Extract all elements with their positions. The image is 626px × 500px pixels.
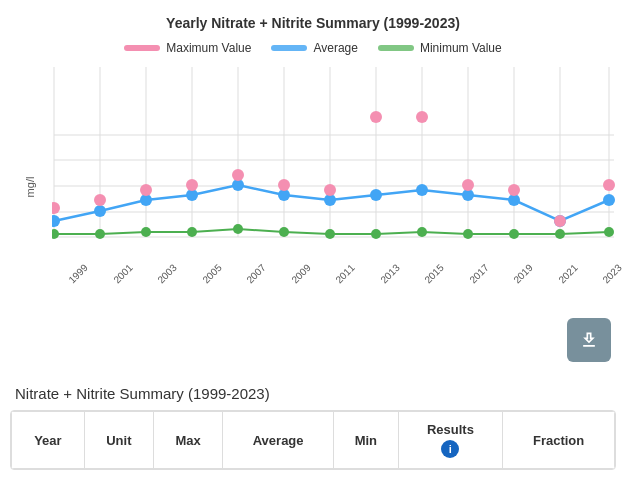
section-title: Nitrate + Nitrite Summary (1999-2023) bbox=[0, 377, 626, 410]
results-header: Results i bbox=[407, 422, 495, 458]
svg-point-51 bbox=[140, 184, 152, 196]
legend-label-max: Maximum Value bbox=[166, 41, 251, 55]
svg-point-32 bbox=[463, 229, 473, 239]
legend-line-max bbox=[124, 45, 160, 51]
x-axis-labels: 1999 2001 2003 2005 2007 2009 2011 2013 … bbox=[52, 262, 616, 307]
col-year: Year bbox=[12, 412, 85, 469]
legend-item-max: Maximum Value bbox=[124, 41, 251, 55]
data-table: Year Unit Max Average Min bbox=[11, 411, 615, 469]
x-label-2011: 2011 bbox=[328, 262, 381, 315]
col-average: Average bbox=[223, 412, 334, 469]
legend-line-avg bbox=[271, 45, 307, 51]
download-button[interactable] bbox=[567, 318, 611, 362]
chart-title: Yearly Nitrate + Nitrite Summary (1999-2… bbox=[10, 15, 616, 31]
x-label-2015: 2015 bbox=[417, 262, 470, 315]
svg-point-43 bbox=[370, 189, 382, 201]
svg-point-37 bbox=[94, 205, 106, 217]
svg-point-53 bbox=[232, 169, 244, 181]
summary-table: Year Unit Max Average Min bbox=[10, 410, 616, 470]
svg-point-56 bbox=[370, 111, 382, 123]
x-label-2001: 2001 bbox=[105, 262, 158, 315]
x-label-2003: 2003 bbox=[150, 262, 203, 315]
chart-section: Yearly Nitrate + Nitrite Summary (1999-2… bbox=[0, 0, 626, 377]
col-max: Max bbox=[153, 412, 222, 469]
x-label-2019: 2019 bbox=[506, 262, 559, 315]
svg-point-31 bbox=[417, 227, 427, 237]
svg-point-48 bbox=[603, 194, 615, 206]
svg-point-33 bbox=[509, 229, 519, 239]
download-icon bbox=[579, 330, 599, 350]
x-label-2021: 2021 bbox=[550, 262, 603, 315]
legend-item-min: Minimum Value bbox=[378, 41, 502, 55]
svg-point-59 bbox=[508, 184, 520, 196]
results-info-icon[interactable]: i bbox=[441, 440, 459, 458]
svg-point-36 bbox=[52, 215, 60, 227]
col-min: Min bbox=[334, 412, 398, 469]
svg-point-58 bbox=[462, 179, 474, 191]
svg-point-34 bbox=[555, 229, 565, 239]
x-label-2005: 2005 bbox=[194, 262, 247, 315]
x-label-1999: 1999 bbox=[61, 262, 114, 315]
legend-item-avg: Average bbox=[271, 41, 357, 55]
svg-point-54 bbox=[278, 179, 290, 191]
svg-point-57 bbox=[416, 111, 428, 123]
svg-point-30 bbox=[371, 229, 381, 239]
svg-point-55 bbox=[324, 184, 336, 196]
y-axis-label: mg/l bbox=[24, 177, 36, 198]
svg-point-61 bbox=[603, 179, 615, 191]
table-header-row: Year Unit Max Average Min bbox=[12, 412, 615, 469]
results-label: Results bbox=[427, 422, 474, 437]
svg-point-52 bbox=[186, 179, 198, 191]
svg-point-44 bbox=[416, 184, 428, 196]
chart-area: 0 5 10 15 20 bbox=[52, 67, 616, 307]
table-section: Nitrate + Nitrite Summary (1999-2023) Ye… bbox=[0, 377, 626, 470]
legend-label-min: Minimum Value bbox=[420, 41, 502, 55]
chart-svg: 0 5 10 15 20 bbox=[52, 67, 616, 257]
svg-point-25 bbox=[141, 227, 151, 237]
svg-point-29 bbox=[325, 229, 335, 239]
col-fraction: Fraction bbox=[503, 412, 615, 469]
x-label-2007: 2007 bbox=[239, 262, 292, 315]
legend-label-avg: Average bbox=[313, 41, 357, 55]
svg-point-26 bbox=[187, 227, 197, 237]
x-label-2017: 2017 bbox=[461, 262, 514, 315]
x-label-2009: 2009 bbox=[283, 262, 336, 315]
chart-legend: Maximum Value Average Minimum Value bbox=[10, 41, 616, 55]
legend-line-min bbox=[378, 45, 414, 51]
svg-point-24 bbox=[95, 229, 105, 239]
svg-point-35 bbox=[604, 227, 614, 237]
svg-point-28 bbox=[279, 227, 289, 237]
chart-container: Yearly Nitrate + Nitrite Summary (1999-2… bbox=[0, 0, 626, 317]
x-label-2013: 2013 bbox=[372, 262, 425, 315]
svg-point-60 bbox=[554, 215, 566, 227]
svg-point-50 bbox=[94, 194, 106, 206]
svg-point-27 bbox=[233, 224, 243, 234]
x-label-2023: 2023 bbox=[595, 262, 626, 315]
col-results: Results i bbox=[398, 412, 503, 469]
col-unit: Unit bbox=[84, 412, 153, 469]
